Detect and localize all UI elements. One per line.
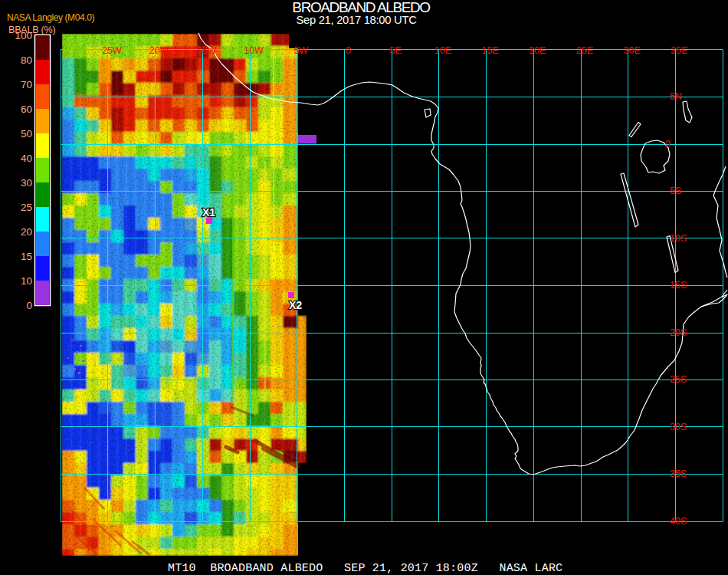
svg-text:10S: 10S	[670, 233, 687, 244]
svg-text:25E: 25E	[576, 45, 593, 56]
svg-text:5S: 5S	[670, 186, 681, 196]
svg-text:X1: X1	[202, 206, 215, 219]
svg-text:25: 25	[21, 202, 32, 213]
svg-text:5N: 5N	[670, 91, 682, 102]
svg-text:BBALB (%): BBALB (%)	[8, 25, 55, 35]
svg-text:0: 0	[26, 300, 32, 311]
svg-text:35S: 35S	[670, 468, 687, 479]
svg-text:X2: X2	[289, 299, 302, 311]
svg-text:25S: 25S	[670, 374, 687, 385]
svg-text:BROADBAND ALBEDO: BROADBAND ALBEDO	[292, 0, 430, 15]
svg-text:10E: 10E	[435, 45, 451, 56]
svg-text:30S: 30S	[670, 422, 687, 432]
svg-text:20E: 20E	[529, 45, 546, 56]
svg-text:10: 10	[21, 275, 32, 287]
svg-text:60: 60	[21, 104, 32, 115]
svg-text:20: 20	[21, 226, 32, 238]
svg-text:40S: 40S	[670, 516, 687, 527]
svg-text:15: 15	[21, 251, 32, 262]
svg-text:5W: 5W	[293, 45, 308, 56]
svg-text:15E: 15E	[481, 45, 498, 56]
svg-text:70: 70	[21, 79, 32, 90]
svg-text:NASA Langley (M04.0): NASA Langley (M04.0)	[7, 12, 94, 23]
svg-text:0: 0	[346, 45, 351, 56]
svg-text:0: 0	[665, 139, 671, 150]
svg-text:10W: 10W	[244, 45, 264, 56]
svg-text:20W: 20W	[149, 45, 169, 56]
svg-text:30: 30	[21, 177, 32, 189]
svg-text:40: 40	[21, 153, 32, 164]
svg-text:15S: 15S	[670, 280, 687, 291]
svg-text:MT10 BROADBAND ALBEDO SEP 2: MT10 BROADBAND ALBEDO SEP 21, 2017 18:00…	[168, 562, 562, 575]
svg-text:50: 50	[21, 128, 32, 140]
svg-text:30E: 30E	[624, 45, 641, 56]
svg-text:80: 80	[21, 54, 32, 66]
svg-text:5E: 5E	[390, 45, 402, 56]
svg-text:20S: 20S	[670, 327, 687, 338]
svg-text:25W: 25W	[102, 45, 122, 56]
svg-text:15W: 15W	[197, 45, 217, 56]
svg-text:Sep 21, 2017 18:00 UTC: Sep 21, 2017 18:00 UTC	[296, 14, 417, 26]
svg-text:35E: 35E	[671, 45, 687, 56]
